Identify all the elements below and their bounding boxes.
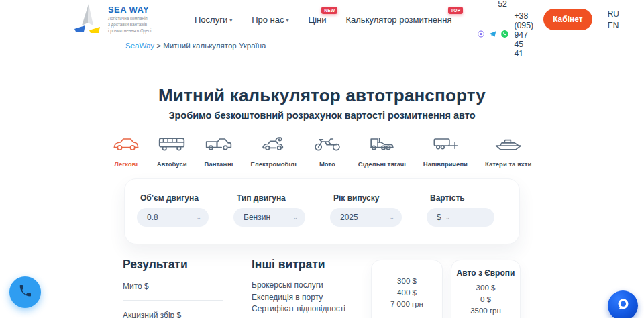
breadcrumb-current: Митний калькулятор Україна — [163, 42, 266, 50]
chevron-down-icon: ▾ — [286, 17, 289, 23]
price-value: 300 $ — [372, 276, 442, 287]
breadcrumb-home-link[interactable]: SeaWay — [125, 42, 154, 50]
field-label: Об’єм двигуна — [140, 193, 209, 203]
other-costs-column: Інші витрати Брокерські послуги Експедиц… — [252, 258, 372, 318]
electric-car-icon — [260, 136, 287, 155]
logo[interactable]: SEA WAY Логістична компанія з доставки в… — [74, 3, 158, 36]
truck-icon — [205, 136, 232, 155]
price-value: 3500 грн — [451, 305, 520, 317]
bus-icon — [158, 136, 185, 155]
category-buses[interactable]: Автобуси — [157, 136, 187, 168]
category-label: Автобуси — [157, 160, 187, 168]
phone-icon — [18, 284, 32, 301]
category-trucks[interactable]: Вантажні — [205, 136, 233, 168]
trailer-icon — [432, 136, 459, 155]
field-engine-volume: Об’єм двигуна 0.8 ⌄ — [137, 193, 209, 227]
other-cost-row: Брокерські послуги — [252, 280, 372, 292]
motorcycle-icon — [314, 136, 341, 155]
price-value: 7 000 грн — [372, 299, 442, 310]
price-value: 300 $ — [451, 282, 520, 294]
main-nav: Послуги▾ Про нас▾ ЦіниNEW Калькулятор ро… — [195, 15, 451, 25]
lang-ru[interactable]: RU — [608, 9, 619, 19]
top-badge: TOP — [448, 7, 463, 14]
results-section: Результати Мито $ Акцизний збір $ Інші в… — [0, 258, 644, 318]
category-semi-trucks[interactable]: Сідельні тягачі — [358, 136, 406, 168]
other-cost-row: Експедиція в порту — [252, 292, 372, 304]
chevron-down-icon: ⌄ — [292, 214, 298, 221]
other-costs-list: Брокерські послуги Експедиція в порту Се… — [252, 280, 372, 318]
field-label: Вартість — [430, 193, 494, 203]
page-title: Митний калькулятор автотранспорту — [0, 85, 644, 106]
logo-tagline: Логістична компанія з доставки вантажів … — [108, 16, 151, 34]
field-label: Тип двигуна — [237, 193, 305, 203]
phone-number-1[interactable]: +38 (067) 009-52-52 — [498, 0, 533, 9]
header-contacts: +38 (067) 009-52-52 +38 (095) 947 45 41 — [478, 0, 533, 58]
result-row-excise: Акцизний збір $ — [123, 301, 223, 318]
calculator-form: Об’єм двигуна 0.8 ⌄ Тип двигуна Бензин ⌄… — [124, 178, 520, 244]
telegram-icon[interactable] — [488, 30, 497, 40]
chat-bubble-icon — [614, 295, 633, 317]
field-cost: Вартість $ ⌄ — [427, 193, 494, 227]
category-boats[interactable]: Катери та яхти — [485, 136, 531, 168]
yacht-icon — [495, 136, 522, 155]
category-label: Електромобілі — [250, 160, 296, 168]
seaway-logo-icon — [74, 3, 102, 36]
price-card-europe: Авто з Європи 300 $ 0 $ 3500 грн — [451, 260, 521, 318]
category-label: Вантажні — [205, 160, 233, 168]
logo-title: SEA WAY — [108, 5, 151, 15]
other-costs-title: Інші витрати — [252, 258, 372, 272]
field-label: Рік випуску — [333, 193, 402, 203]
category-label: Напівпричепи — [423, 160, 468, 168]
engine-volume-select[interactable]: 0.8 ⌄ — [137, 208, 209, 227]
car-icon — [113, 136, 140, 155]
breadcrumb-separator: > — [154, 42, 163, 50]
price-card-title: Авто з Європи — [451, 268, 520, 278]
results-title: Результати — [123, 258, 223, 272]
viber-icon[interactable] — [477, 30, 485, 40]
breadcrumb: SeaWay > Митний калькулятор Україна — [125, 42, 644, 50]
contact-row-2: +38 (095) 947 45 41 — [478, 11, 533, 58]
category-moto[interactable]: Мото — [314, 136, 341, 168]
category-label: Легкові — [114, 160, 138, 168]
category-label: Катери та яхти — [485, 160, 531, 168]
nav-prices[interactable]: ЦіниNEW — [309, 15, 327, 25]
category-semi-trailers[interactable]: Напівпричепи — [423, 136, 468, 168]
header: SEA WAY Логістична компанія з доставки в… — [0, 0, 644, 36]
field-engine-type: Тип двигуна Бензин ⌄ — [233, 193, 305, 227]
chevron-down-icon: ▾ — [229, 17, 232, 23]
cabinet-button[interactable]: Кабінет — [543, 9, 592, 30]
result-row-duty: Мито $ — [123, 272, 223, 301]
price-card-1: 300 $ 400 $ 7 000 грн — [371, 260, 443, 318]
phone-number-2[interactable]: +38 (095) 947 45 41 — [514, 11, 533, 58]
chevron-down-icon: ⌄ — [445, 214, 451, 221]
engine-type-select[interactable]: Бензин ⌄ — [233, 208, 305, 227]
currency-select[interactable]: $ ⌄ — [427, 208, 494, 227]
logo-text: SEA WAY Логістична компанія з доставки в… — [108, 5, 151, 34]
price-value: 0 $ — [451, 294, 520, 305]
lang-en[interactable]: EN — [608, 21, 619, 30]
category-cars[interactable]: Легкові — [113, 136, 140, 168]
nav-services[interactable]: Послуги▾ — [195, 15, 232, 25]
contact-row-1: +38 (067) 009-52-52 — [478, 0, 533, 9]
call-fab-button[interactable] — [9, 276, 41, 308]
category-label: Сідельні тягачі — [358, 160, 406, 168]
nav-calculator[interactable]: Калькулятор розмитненняTOP — [345, 15, 451, 25]
year-select[interactable]: 2025 ⌄ — [330, 208, 402, 227]
language-switcher: RU EN — [608, 9, 619, 30]
page-subtitle: Зробимо безкоштовний розрахунок вартості… — [0, 110, 644, 121]
field-year: Рік випуску 2025 ⌄ — [330, 193, 402, 227]
chevron-down-icon: ⌄ — [196, 214, 201, 221]
semi-truck-icon — [368, 136, 395, 155]
chat-fab-button[interactable] — [608, 290, 638, 318]
nav-about[interactable]: Про нас▾ — [252, 15, 288, 25]
price-value: 400 $ — [372, 287, 442, 299]
new-badge: NEW — [321, 7, 337, 14]
category-electric[interactable]: Електромобілі — [250, 136, 296, 168]
vehicle-categories: Легкові Автобуси Вантажні Електромобілі … — [0, 136, 644, 168]
category-label: Мото — [319, 160, 335, 168]
other-cost-row: Сертифікат відповідності стандартам — [252, 303, 372, 318]
results-column: Результати Мито $ Акцизний збір $ — [123, 258, 223, 318]
chevron-down-icon: ⌄ — [389, 214, 394, 221]
whatsapp-icon[interactable] — [500, 30, 509, 40]
